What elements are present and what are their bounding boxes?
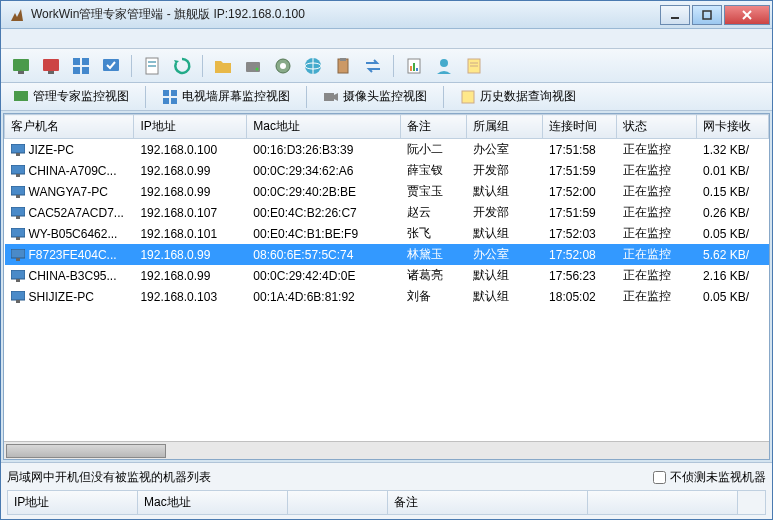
bottom-panel: 局域网中开机但没有被监视的机器列表 不侦测未监视机器 IP地址Mac地址备注 bbox=[1, 462, 772, 519]
column-header[interactable]: 连接时间 bbox=[543, 115, 617, 139]
column-header[interactable]: IP地址 bbox=[134, 115, 247, 139]
table-cell: CAC52A7ACD7... bbox=[5, 202, 134, 223]
table-cell: 192.168.0.107 bbox=[134, 202, 247, 223]
computer-icon bbox=[11, 291, 25, 303]
maximize-button[interactable] bbox=[692, 5, 722, 25]
table-cell: 192.168.0.103 bbox=[134, 286, 247, 307]
table-cell: WANGYA7-PC bbox=[5, 181, 134, 202]
svg-rect-1 bbox=[703, 11, 711, 19]
table-cell: 阮小二 bbox=[401, 139, 467, 161]
no-detect-input[interactable] bbox=[653, 471, 666, 484]
settings-icon[interactable] bbox=[271, 54, 295, 78]
clipboard-icon[interactable] bbox=[331, 54, 355, 78]
bottom-column-header[interactable] bbox=[588, 491, 738, 514]
view-expert-monitor[interactable]: 管理专家监控视图 bbox=[9, 86, 133, 107]
horizontal-scrollbar[interactable] bbox=[4, 441, 769, 459]
note-icon[interactable] bbox=[462, 54, 486, 78]
table-row[interactable]: CHINA-B3C95...192.168.0.9900:0C:29:42:4D… bbox=[5, 265, 769, 286]
view-history[interactable]: 历史数据查询视图 bbox=[456, 86, 580, 107]
computer-icon bbox=[11, 228, 25, 240]
grid-blue-icon[interactable] bbox=[69, 54, 93, 78]
svg-rect-23 bbox=[338, 59, 348, 73]
bottom-column-header[interactable]: Mac地址 bbox=[138, 491, 288, 514]
table-cell: 0.01 KB/ bbox=[697, 160, 769, 181]
svg-rect-15 bbox=[148, 65, 156, 67]
table-row[interactable]: WANGYA7-PC192.168.0.9900:0C:29:40:2B:BE贾… bbox=[5, 181, 769, 202]
disk-icon[interactable] bbox=[241, 54, 265, 78]
table-cell: 192.168.0.101 bbox=[134, 223, 247, 244]
table-cell: 0.05 KB/ bbox=[697, 223, 769, 244]
column-header[interactable]: 状态 bbox=[616, 115, 696, 139]
separator bbox=[393, 55, 394, 77]
client-table-wrap[interactable]: 客户机名IP地址Mac地址备注所属组连接时间状态网卡接收 JIZE-PC192.… bbox=[4, 114, 769, 441]
column-header[interactable]: Mac地址 bbox=[247, 115, 401, 139]
monitor-green-icon[interactable] bbox=[9, 54, 33, 78]
column-header[interactable]: 网卡接收 bbox=[697, 115, 769, 139]
table-row[interactable]: JIZE-PC192.168.0.10000:16:D3:26:B3:39阮小二… bbox=[5, 139, 769, 161]
table-cell: 开发部 bbox=[467, 160, 543, 181]
checkbox-label: 不侦测未监视机器 bbox=[670, 469, 766, 486]
close-button[interactable] bbox=[724, 5, 770, 25]
table-row[interactable]: CAC52A7ACD7...192.168.0.10700:E0:4C:B2:2… bbox=[5, 202, 769, 223]
table-cell: 00:E0:4C:B2:26:C7 bbox=[247, 202, 401, 223]
svg-rect-55 bbox=[16, 300, 20, 303]
exchange-icon[interactable] bbox=[361, 54, 385, 78]
table-cell: 张飞 bbox=[401, 223, 467, 244]
bottom-column-header[interactable]: 备注 bbox=[388, 491, 588, 514]
table-cell: 正在监控 bbox=[616, 286, 696, 307]
view-label: 电视墙屏幕监控视图 bbox=[182, 88, 290, 105]
svg-rect-37 bbox=[171, 98, 177, 104]
user-icon[interactable] bbox=[432, 54, 456, 78]
table-cell: F8723FE404C... bbox=[5, 244, 134, 265]
table-row[interactable]: WY-B05C6462...192.168.0.10100:E0:4C:B1:B… bbox=[5, 223, 769, 244]
table-row[interactable]: CHINA-A709C...192.168.0.9900:0C:29:34:62… bbox=[5, 160, 769, 181]
table-row[interactable]: F8723FE404C...192.168.0.9908:60:6E:57:5C… bbox=[5, 244, 769, 265]
bottom-column-header[interactable]: IP地址 bbox=[8, 491, 138, 514]
refresh-icon[interactable] bbox=[170, 54, 194, 78]
svg-rect-9 bbox=[82, 58, 89, 65]
menubar bbox=[1, 29, 772, 49]
globe-icon[interactable] bbox=[301, 54, 325, 78]
column-header[interactable]: 客户机名 bbox=[5, 115, 134, 139]
table-cell: 默认组 bbox=[467, 286, 543, 307]
page-icon[interactable] bbox=[140, 54, 164, 78]
column-header[interactable]: 所属组 bbox=[467, 115, 543, 139]
svg-rect-12 bbox=[103, 59, 119, 71]
bottom-column-header[interactable] bbox=[288, 491, 388, 514]
monitor-red-icon[interactable] bbox=[39, 54, 63, 78]
table-cell: 192.168.0.99 bbox=[134, 181, 247, 202]
computer-icon bbox=[11, 270, 25, 282]
svg-rect-36 bbox=[163, 98, 169, 104]
tvwall-icon bbox=[162, 89, 178, 105]
svg-rect-47 bbox=[16, 216, 20, 219]
monitor-check-icon[interactable] bbox=[99, 54, 123, 78]
table-row[interactable]: SHIJIZE-PC192.168.0.10300:1A:4D:6B:81:92… bbox=[5, 286, 769, 307]
table-cell: 00:0C:29:34:62:A6 bbox=[247, 160, 401, 181]
svg-rect-51 bbox=[16, 258, 20, 261]
table-cell: 18:05:02 bbox=[543, 286, 617, 307]
report-icon[interactable] bbox=[402, 54, 426, 78]
svg-rect-4 bbox=[13, 59, 29, 71]
svg-point-29 bbox=[440, 59, 448, 67]
table-cell: 17:51:59 bbox=[543, 202, 617, 223]
table-cell: CHINA-B3C95... bbox=[5, 265, 134, 286]
table-cell: 192.168.0.99 bbox=[134, 160, 247, 181]
view-tvwall[interactable]: 电视墙屏幕监控视图 bbox=[158, 86, 294, 107]
table-cell: 默认组 bbox=[467, 223, 543, 244]
computer-icon bbox=[11, 249, 25, 261]
svg-rect-40 bbox=[11, 144, 25, 153]
scroll-thumb[interactable] bbox=[6, 444, 166, 458]
table-cell: 正在监控 bbox=[616, 160, 696, 181]
minimize-button[interactable] bbox=[660, 5, 690, 25]
table-cell: 0.15 KB/ bbox=[697, 181, 769, 202]
column-header[interactable]: 备注 bbox=[401, 115, 467, 139]
view-camera[interactable]: 摄像头监控视图 bbox=[319, 86, 431, 107]
table-cell: JIZE-PC bbox=[5, 139, 134, 161]
view-label: 历史数据查询视图 bbox=[480, 88, 576, 105]
no-detect-checkbox[interactable]: 不侦测未监视机器 bbox=[653, 469, 766, 486]
svg-rect-24 bbox=[340, 58, 346, 61]
folder-icon[interactable] bbox=[211, 54, 235, 78]
svg-rect-6 bbox=[43, 59, 59, 71]
table-cell: 林黛玉 bbox=[401, 244, 467, 265]
table-cell: SHIJIZE-PC bbox=[5, 286, 134, 307]
